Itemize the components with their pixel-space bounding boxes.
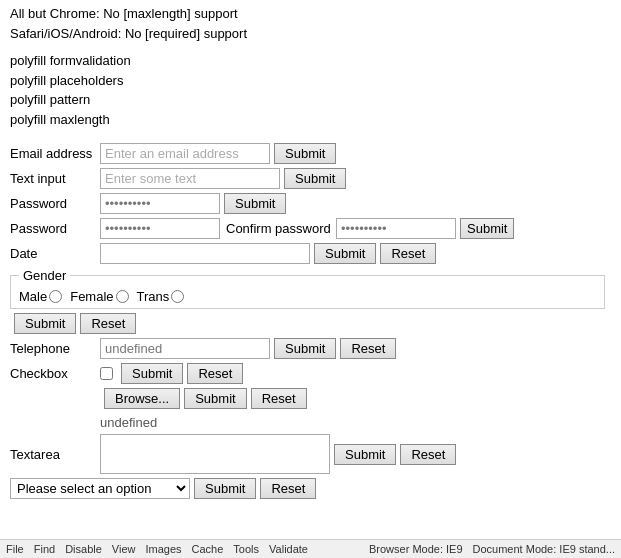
password-input-2[interactable]: [100, 218, 220, 239]
text-row: Text input Submit: [10, 168, 611, 189]
gender-trans-label[interactable]: Trans: [137, 289, 185, 304]
main-submit-button[interactable]: Submit: [14, 313, 76, 334]
confirm-password-input[interactable]: [336, 218, 456, 239]
file-row: Browse... Submit Reset: [10, 388, 611, 409]
info-line-4: polyfill placeholders: [10, 71, 611, 91]
file-reset-button[interactable]: Reset: [251, 388, 307, 409]
password-label-2: Password: [10, 221, 100, 236]
gender-female-text: Female: [70, 289, 113, 304]
info-text: All but Chrome: No [maxlength] support S…: [0, 0, 621, 139]
telephone-reset-button[interactable]: Reset: [340, 338, 396, 359]
info-line-2: Safari/iOS/Android: No [required] suppor…: [10, 24, 611, 44]
textarea-input[interactable]: [100, 434, 330, 474]
gender-trans-text: Trans: [137, 289, 170, 304]
checkbox-reset-button[interactable]: Reset: [187, 363, 243, 384]
confirm-password-label: Confirm password: [226, 221, 336, 236]
gender-legend: Gender: [19, 268, 70, 283]
info-line-5: polyfill pattern: [10, 90, 611, 110]
textarea-row: Textarea Submit Reset: [10, 434, 611, 474]
gender-male-label[interactable]: Male: [19, 289, 62, 304]
undefined-text: undefined: [100, 413, 611, 432]
select-reset-button[interactable]: Reset: [260, 478, 316, 499]
select-submit-button[interactable]: Submit: [194, 478, 256, 499]
text-label: Text input: [10, 171, 100, 186]
telephone-row: Telephone Submit Reset: [10, 338, 611, 359]
text-submit-button[interactable]: Submit: [284, 168, 346, 189]
checkbox-input[interactable]: [100, 367, 113, 380]
telephone-label: Telephone: [10, 341, 100, 356]
info-line-1: All but Chrome: No [maxlength] support: [10, 4, 611, 24]
gender-options: Male Female Trans: [19, 287, 596, 304]
date-reset-button[interactable]: Reset: [380, 243, 436, 264]
checkbox-label: Checkbox: [10, 366, 100, 381]
select-row: Please select an option Submit Reset: [10, 478, 611, 499]
textarea-label: Textarea: [10, 447, 100, 462]
checkbox-row: Checkbox Submit Reset: [10, 363, 611, 384]
gender-fieldset: Gender Male Female Trans: [10, 268, 605, 309]
file-submit-button[interactable]: Submit: [184, 388, 246, 409]
password-submit-button[interactable]: Submit: [224, 193, 286, 214]
checkbox-submit-button[interactable]: Submit: [121, 363, 183, 384]
textarea-submit-button[interactable]: Submit: [334, 444, 396, 465]
select-input[interactable]: Please select an option: [10, 478, 190, 499]
gender-male-radio[interactable]: [49, 290, 62, 303]
info-line-3: polyfill formvalidation: [10, 51, 611, 71]
browse-button[interactable]: Browse...: [104, 388, 180, 409]
password-confirm-row: Password Confirm password Submit: [10, 218, 611, 239]
main-submit-row: Submit Reset: [10, 313, 611, 334]
gender-male-text: Male: [19, 289, 47, 304]
password-row-1: Password Submit: [10, 193, 611, 214]
email-input[interactable]: [100, 143, 270, 164]
email-submit-button[interactable]: Submit: [274, 143, 336, 164]
date-label: Date: [10, 246, 100, 261]
form-container: Email address Submit Text input Submit P…: [0, 139, 621, 507]
info-line-6: polyfill maxlength: [10, 110, 611, 130]
date-submit-button[interactable]: Submit: [314, 243, 376, 264]
email-label: Email address: [10, 146, 100, 161]
gender-female-label[interactable]: Female: [70, 289, 128, 304]
main-reset-button[interactable]: Reset: [80, 313, 136, 334]
gender-female-radio[interactable]: [116, 290, 129, 303]
password-label-1: Password: [10, 196, 100, 211]
password-input-1[interactable]: [100, 193, 220, 214]
confirm-submit-button[interactable]: Submit: [460, 218, 514, 239]
email-row: Email address Submit: [10, 143, 611, 164]
date-input[interactable]: [100, 243, 310, 264]
telephone-input[interactable]: [100, 338, 270, 359]
textarea-reset-button[interactable]: Reset: [400, 444, 456, 465]
telephone-submit-button[interactable]: Submit: [274, 338, 336, 359]
gender-trans-radio[interactable]: [171, 290, 184, 303]
text-input[interactable]: [100, 168, 280, 189]
date-row: Date Submit Reset: [10, 243, 611, 264]
